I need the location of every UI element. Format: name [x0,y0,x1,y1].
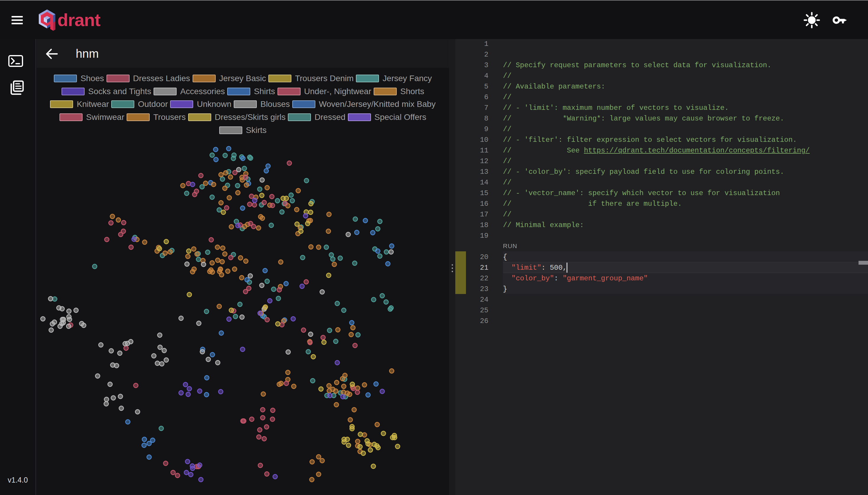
svg-text:drant: drant [57,10,101,30]
